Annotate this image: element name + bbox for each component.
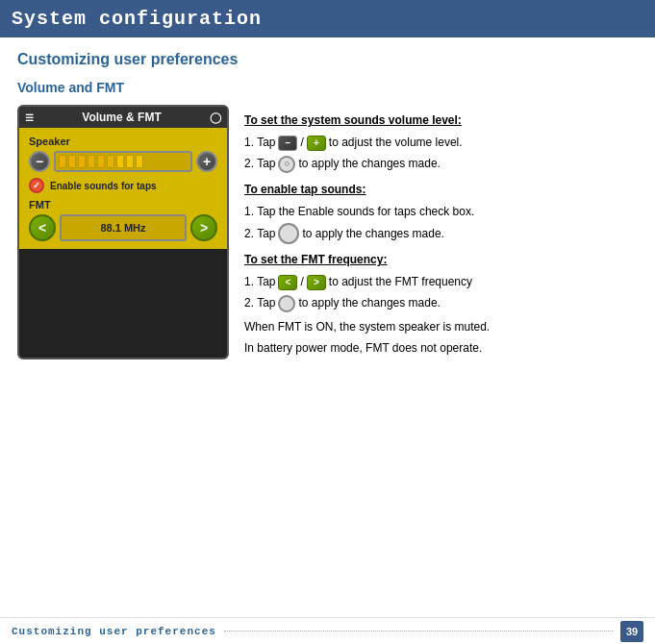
note-fmt-muted: When FMT is ON, the system speaker is mu… [244,317,490,337]
fmt-right-btn[interactable]: > [190,214,217,241]
fmt-right-icon: > [307,275,326,290]
panel-row: ☰ Volume & FMT ◯ Speaker − [17,105,638,359]
checkbox-row: Enable sounds for taps [29,178,217,193]
device-body: Speaker − + [19,128,227,249]
heading-volume: To set the system sounds volume level: [244,111,490,131]
subsection-title: Volume and FMT [17,80,638,95]
step-fmt-1: 1. Tap < / > to adjust the FMT frequency [244,272,490,292]
section-title: Customizing user preferences [17,51,638,68]
instructions-area: To set the system sounds volume level: 1… [244,105,490,359]
vol-seg-1 [59,155,66,168]
enable-sounds-checkbox[interactable] [29,178,44,193]
apply-icon-1: ○ [278,156,295,173]
page-title: System configuration [12,8,262,30]
device-panel: ☰ Volume & FMT ◯ Speaker − [17,105,229,359]
step-vol-2: 2. Tap ○ to apply the changes made. [244,154,490,174]
speaker-label: Speaker [29,136,217,147]
device-panel-header: ☰ Volume & FMT ◯ [19,107,227,128]
vol-seg-2 [68,155,76,168]
fmt-row: < 88.1 MHz > [29,214,217,241]
device-power-icon: ◯ [210,111,221,124]
device-panel-title: Volume & FMT [82,111,161,124]
vol-seg-7 [116,155,124,168]
footer-bar: Customizing user preferences 39 [0,617,655,644]
footer-page-number: 39 [620,621,643,642]
step-tap-2: 2. Tap to apply the changes made. [244,223,490,244]
step-tap-1: 1. Tap the Enable sounds for taps check … [244,202,490,222]
footer-text: Customizing user preferences [12,626,216,637]
vol-seg-8 [126,155,134,168]
vol-seg-3 [78,155,86,168]
fmt-frequency: 88.1 MHz [60,214,187,241]
vol-seg-6 [107,155,114,168]
volume-row: − + [29,151,217,172]
vol-seg-4 [88,155,95,168]
fmt-label: FMT [29,199,217,211]
apply-icon-3 [278,295,295,312]
minus-icon: − [278,136,297,151]
checkbox-label: Enable sounds for taps [50,181,157,191]
plus-icon: + [307,136,326,151]
heading-fmt: To set the FMT frequency: [244,250,490,270]
footer-dots [224,631,613,632]
fmt-left-icon: < [278,275,297,290]
step-fmt-2: 2. Tap to apply the changes made. [244,293,490,313]
main-content: Customizing user preferences Volume and … [0,37,655,381]
device-menu-icon: ☰ [25,112,34,123]
note-fmt-battery: In battery power mode, FMT does not oper… [244,338,490,359]
volume-minus-btn[interactable]: − [29,151,50,172]
vol-seg-5 [97,155,105,168]
step-vol-1: 1. Tap − / + to adjust the volume level. [244,133,490,153]
fmt-left-btn[interactable]: < [29,214,56,241]
vol-seg-9 [136,155,143,168]
volume-bar [54,151,192,172]
header-bar: System configuration [0,0,655,37]
volume-plus-btn[interactable]: + [196,151,217,172]
apply-icon-2 [278,223,299,244]
heading-tap-sounds: To enable tap sounds: [244,180,490,200]
